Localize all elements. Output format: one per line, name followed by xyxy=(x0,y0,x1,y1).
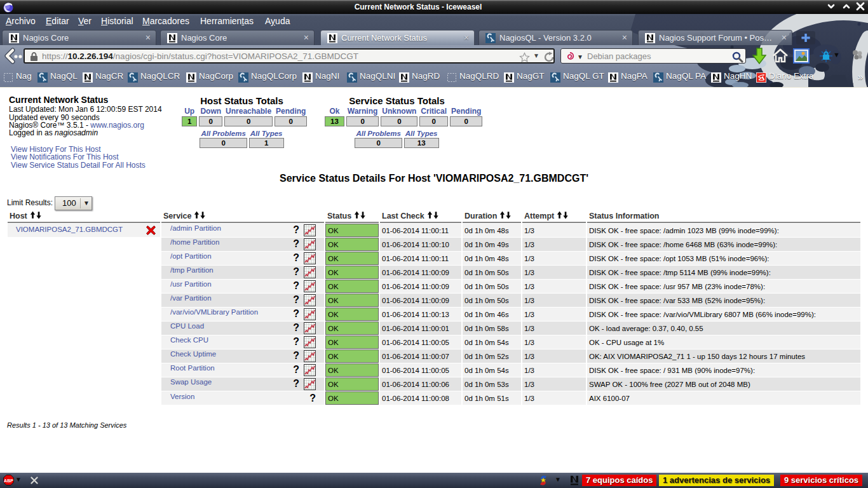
svg-text:ABP: ABP xyxy=(4,478,13,483)
